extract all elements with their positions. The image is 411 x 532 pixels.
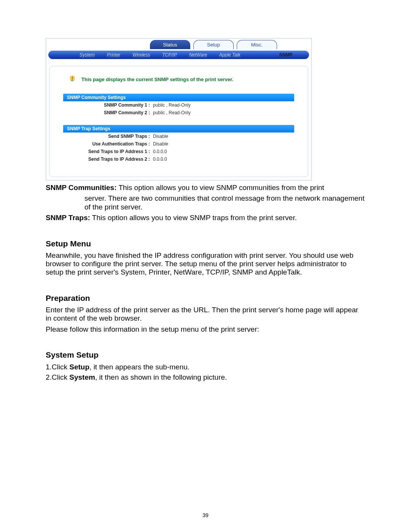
page-number: 39 [0, 512, 411, 518]
nav-printer[interactable]: Printer [107, 52, 120, 58]
bold-label: SNMP Traps: [46, 214, 90, 222]
label-send-traps: Send SNMP Traps : [63, 134, 152, 139]
value-auth-traps: Disable [152, 141, 294, 147]
content-panel: This page displays the current SNMP sett… [49, 66, 308, 177]
value-community1: public , Read-Only [152, 102, 294, 108]
tab-misc[interactable]: Misc. [237, 40, 277, 49]
value-trap-ip2: 0.0.0.0 [152, 157, 294, 162]
table-row: Send SNMP Traps : Disable [63, 133, 294, 140]
primary-tab-bar: Status Setup Misc. [46, 38, 311, 51]
page-description-row: This page displays the current SNMP sett… [68, 75, 294, 83]
value-send-traps: Disable [152, 134, 294, 139]
paragraph-snmp-traps: SNMP Traps: This option allows you to vi… [46, 214, 365, 222]
heading-system-setup: System Setup [46, 350, 365, 359]
label-community2: SNMP Community 2 : [63, 110, 152, 115]
nav-system[interactable]: System [80, 52, 95, 58]
table-row: Send Traps to IP Address 1 : 0.0.0.0 [63, 148, 294, 155]
nav-netware[interactable]: NetWare [189, 52, 207, 58]
heading-preparation: Preparation [46, 294, 365, 303]
label-trap-ip2: Send Traps to IP Address 2 : [63, 157, 152, 162]
paragraph-snmp-communities-cont: server. There are two communities that c… [46, 194, 365, 211]
svg-point-2 [72, 79, 73, 80]
bold-label: SNMP Communities: [46, 184, 117, 192]
text-run: 2.Click [46, 373, 69, 381]
heading-setup-menu: Setup Menu [46, 239, 365, 248]
paragraph-preparation-1: Enter the IP address of the print server… [46, 306, 365, 323]
label-community1: SNMP Community 1 : [63, 102, 152, 108]
nav-snmp[interactable]: SNMP [279, 52, 292, 58]
bold-label: Setup [69, 363, 89, 371]
bold-label: System [69, 373, 95, 381]
svg-rect-1 [72, 77, 73, 79]
text-run: , it then appears the sub-menu. [89, 363, 190, 371]
table-row: SNMP Community 1 : public , Read-Only [63, 101, 294, 109]
trap-table: Send SNMP Traps : Disable Use Authentica… [63, 133, 294, 163]
value-trap-ip1: 0.0.0.0 [152, 149, 294, 154]
value-community2: public , Read-Only [152, 110, 294, 115]
table-row: Use Authentication Traps : Disable [63, 140, 294, 148]
table-row: SNMP Community 2 : public , Read-Only [63, 109, 294, 117]
snmp-status-panel: Status Setup Misc. System Printer Wirele… [46, 38, 312, 181]
community-table: SNMP Community 1 : public , Read-Only SN… [63, 101, 294, 117]
step-1: 1.Click Setup, it then appears the sub-m… [46, 363, 365, 371]
page-description: This page displays the current SNMP sett… [81, 77, 233, 82]
label-auth-traps: Use Authentication Traps : [63, 141, 152, 147]
tab-status[interactable]: Status [150, 40, 190, 49]
paragraph-setup-menu: Meanwhile, you have finished the IP addr… [46, 251, 365, 277]
document-page: Status Setup Misc. System Printer Wirele… [0, 0, 411, 532]
secondary-nav-bar: System Printer Wireless TCP/IP NetWare A… [48, 51, 309, 59]
paragraph-snmp-communities: SNMP Communities: This option allows you… [46, 184, 365, 192]
text-run: 1.Click [46, 363, 69, 371]
paragraph-preparation-2: Please follow this information in the se… [46, 325, 365, 334]
table-row: Send Traps to IP Address 2 : 0.0.0.0 [63, 155, 294, 163]
info-icon [68, 75, 76, 83]
text-run: This option allows you to view SNMP trap… [90, 214, 297, 222]
nav-appletalk[interactable]: Apple Talk [219, 52, 241, 58]
text-run: This option allows you to view SNMP comm… [117, 184, 324, 192]
label-trap-ip1: Send Traps to IP Address 1 : [63, 149, 152, 154]
nav-tcpip[interactable]: TCP/IP [162, 52, 177, 58]
tab-setup[interactable]: Setup [193, 40, 234, 49]
section-header-trap: SNMP Trap Settings [63, 125, 294, 133]
section-header-community: SNMP Community Settings [63, 94, 294, 101]
text-run: , it then as shown in the following pict… [95, 373, 227, 381]
step-2: 2.Click System, it then as shown in the … [46, 373, 365, 382]
nav-wireless[interactable]: Wireless [132, 52, 150, 58]
